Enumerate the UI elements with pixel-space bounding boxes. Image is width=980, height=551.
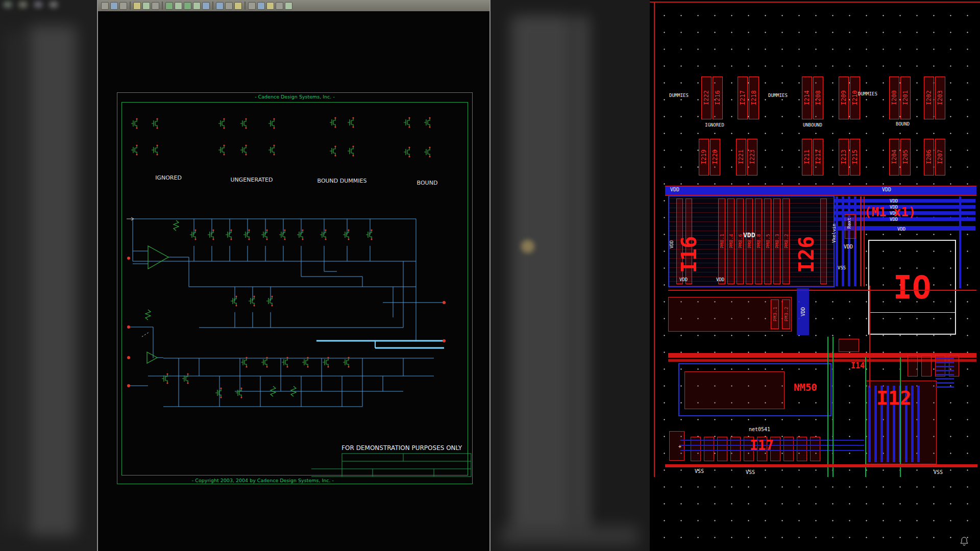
layout-instance[interactable]: I222 xyxy=(701,77,712,119)
vss-rail xyxy=(665,464,977,467)
toolbar-icon[interactable] xyxy=(152,2,159,10)
route-line xyxy=(860,196,862,286)
layout-instance[interactable]: I200 xyxy=(889,77,899,119)
layout-instance[interactable]: I220 xyxy=(710,139,720,176)
vdd-label: VDD xyxy=(716,277,724,282)
cell-block-nm50[interactable] xyxy=(684,371,785,409)
notification-bell-icon[interactable] xyxy=(960,537,968,546)
legend-transistor-groups xyxy=(131,117,431,157)
blurred-icon xyxy=(18,1,28,8)
layout-instance[interactable]: I204 xyxy=(889,139,899,176)
vdd-label: VDD xyxy=(679,277,688,282)
circuit-transistors xyxy=(162,229,373,398)
toolbar-icon[interactable] xyxy=(202,2,210,10)
layout-instance[interactable]: I221 xyxy=(736,139,746,176)
layout-instance[interactable]: I203 xyxy=(935,77,945,119)
cell-block-pmos[interactable]: I16 PM8.1 PM8.4 PM8.6 PM8.7 PM8.8 PM8.5 … xyxy=(668,195,835,287)
blurred-panel xyxy=(5,31,26,531)
layout-frame-line xyxy=(650,2,980,3)
schematic-editor-window: - Cadence Design Systems, Inc. - - Copyr… xyxy=(97,0,491,551)
layout-instance[interactable]: I223 xyxy=(747,139,757,176)
toolbar-icon[interactable] xyxy=(225,2,233,10)
layout-instance[interactable]: I206 xyxy=(924,139,934,176)
toolbar-icon[interactable] xyxy=(110,2,118,10)
background-window-left xyxy=(0,0,97,551)
instance-label-i16: I16 xyxy=(677,209,701,273)
toolbar-icon[interactable] xyxy=(257,2,265,10)
layout-instance[interactable]: I202 xyxy=(924,77,934,119)
metal-stripes xyxy=(936,357,954,388)
title-block xyxy=(311,454,471,477)
group-label: IGNORED xyxy=(705,122,724,128)
pm8-instance[interactable]: PM8.2 xyxy=(782,198,790,284)
layout-instance[interactable]: I205 xyxy=(900,139,911,176)
poly-line xyxy=(827,337,828,477)
toolbar-icon[interactable] xyxy=(165,2,173,10)
layout-instance[interactable]: I211 xyxy=(802,139,812,176)
schematic-canvas[interactable]: - Cadence Design Systems, Inc. - - Copyr… xyxy=(98,11,489,551)
io-cell[interactable]: IO xyxy=(868,240,956,335)
toolbar-icon[interactable] xyxy=(276,2,283,10)
toolbar-icon[interactable] xyxy=(119,2,127,10)
pm3-instance[interactable]: PM3.1 xyxy=(771,299,779,329)
toolbar-icon[interactable] xyxy=(142,2,150,10)
layout-instance[interactable]: I213 xyxy=(839,139,849,176)
metal-line xyxy=(959,196,961,288)
layout-frame-line xyxy=(654,2,655,477)
pm8-instance[interactable]: PM8.5 xyxy=(764,198,771,284)
toolbar-separator xyxy=(162,2,163,10)
pm8-instance[interactable]: PM8.6 xyxy=(737,198,744,284)
vss-label: VSS xyxy=(838,265,846,270)
layout-instance[interactable]: I210 xyxy=(850,77,860,119)
pm8-instance[interactable]: PM8.8 xyxy=(755,198,762,284)
vss-label: VSS xyxy=(695,468,704,474)
layout-instance[interactable]: I216 xyxy=(713,77,723,119)
layout-instance[interactable]: I215 xyxy=(850,139,860,176)
small-instance[interactable] xyxy=(839,339,859,352)
small-instance[interactable] xyxy=(921,355,932,377)
cell-block-pm3[interactable]: PM3.1 PM3.2 xyxy=(668,297,792,332)
vdd-label: VDD xyxy=(800,307,806,316)
layout-instance[interactable]: I219 xyxy=(699,139,709,176)
toolbar-icon[interactable] xyxy=(285,2,292,10)
schematic-drawing[interactable]: IGNORED UNGENERATED BOUND DUMMIES BOUND xyxy=(117,93,473,485)
group-label-bound-dummies: BOUND DUMMIES xyxy=(317,178,367,184)
toolbar-icon[interactable] xyxy=(184,2,191,10)
group-label: UNBOUND xyxy=(803,122,822,128)
pm8-instance[interactable]: PM8.7 xyxy=(746,198,753,284)
layout-instance[interactable]: I217 xyxy=(738,77,748,119)
toolbar-icon[interactable] xyxy=(175,2,182,10)
highlighted-net xyxy=(316,341,444,348)
blurred-icon xyxy=(34,1,43,8)
desktop: - Cadence Design Systems, Inc. - - Copyr… xyxy=(0,0,980,551)
cursor-arrow-icon xyxy=(127,217,149,337)
toolbar-icon[interactable] xyxy=(216,2,224,10)
pm8-instance[interactable]: PM8.3 xyxy=(773,198,780,284)
circuit-wires xyxy=(129,219,444,407)
blurred-scrollbar xyxy=(575,15,589,531)
layout-instance[interactable]: I208 xyxy=(813,77,823,119)
toolbar-icon[interactable] xyxy=(248,2,256,10)
instance-label-i26: I26 xyxy=(795,209,818,273)
pm8-instance[interactable]: PM8.4 xyxy=(727,198,734,284)
toolbar-icon[interactable] xyxy=(133,2,141,10)
pm3-instance[interactable]: PM3.2 xyxy=(782,299,790,329)
layout-instance[interactable]: I218 xyxy=(749,77,759,119)
toolbar-icon[interactable] xyxy=(101,2,109,10)
layout-instance[interactable]: I214 xyxy=(802,77,812,119)
small-instance[interactable] xyxy=(908,355,918,377)
layout-instance[interactable]: I212 xyxy=(813,139,823,176)
toolbar-icon[interactable] xyxy=(193,2,201,10)
small-instance[interactable] xyxy=(669,431,684,461)
vdd-label: VDD xyxy=(743,231,755,239)
layout-editor-window[interactable]: DUMMIES I222 I216 I217 I218 DUMMIES I214… xyxy=(650,0,980,551)
layout-instance[interactable]: I201 xyxy=(900,77,911,119)
layout-instance[interactable]: I209 xyxy=(839,77,849,119)
layout-instance[interactable]: I207 xyxy=(935,139,945,176)
opamp-and-resistors xyxy=(145,220,296,396)
pm8-instance[interactable]: PM8.1 xyxy=(718,198,725,284)
vdd-label: VDD xyxy=(844,244,853,249)
toolbar-icon[interactable] xyxy=(266,2,274,10)
blurred-icon xyxy=(3,1,12,8)
toolbar-icon[interactable] xyxy=(234,2,242,10)
